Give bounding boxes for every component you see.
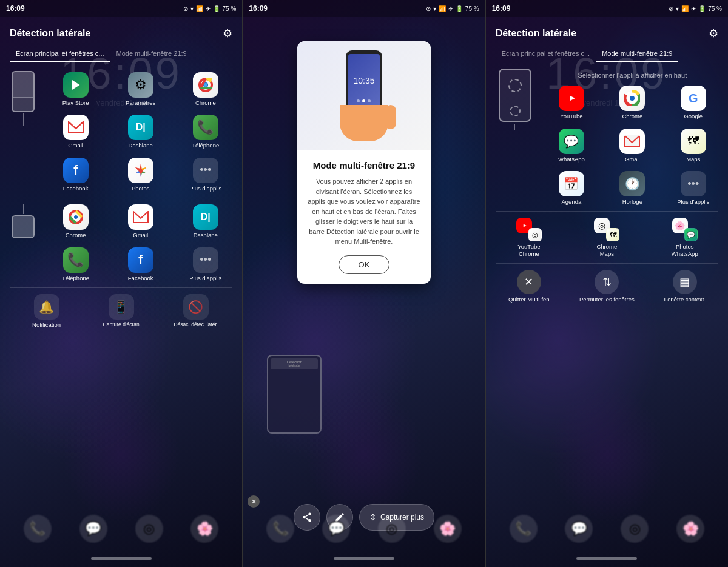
more-icon: •••	[193, 158, 218, 183]
list-item[interactable]: f Facebook	[44, 154, 107, 195]
dock-msg-3: 💬	[565, 515, 593, 543]
combo-apps-grid: ◎ YouTubeChrome ◎ 🗺 ChromeMaps 🌸	[486, 214, 728, 261]
tab-multiwindow-1[interactable]: Mode multi-fenêtre 21:9	[110, 46, 193, 62]
list-item[interactable]: ◎ YouTubeChrome	[491, 214, 567, 261]
action-buttons-grid: ✕ Quitter Multi-fen ⇅ Permuter les fenêt…	[486, 266, 728, 306]
list-item[interactable]: Play Store	[44, 69, 107, 110]
yt-chrome-bot: ◎	[528, 228, 542, 241]
phone-illus-2	[5, 203, 41, 238]
apps-grid-second: Chrome Gmail D| Dashlane 📞 Télép	[44, 201, 237, 285]
gear-icon-1[interactable]: ⚙	[223, 27, 232, 40]
combo-yt-chrome: ◎	[516, 218, 542, 243]
list-item[interactable]: Gmail	[44, 111, 107, 152]
list-item[interactable]: 🌸 💬 PhotosWhatsApp	[647, 214, 723, 261]
panel-3: 16:09 vendredi 1 jan 16:09 ⊘ ▾ 📶 ✈ 🔋 75 …	[485, 0, 728, 567]
list-item[interactable]: Chrome	[602, 82, 662, 123]
app-label: Capture d'écran	[103, 321, 140, 327]
action-notification[interactable]: 🔔 Notification	[10, 290, 83, 332]
app-label: Chrome	[622, 113, 642, 119]
list-item[interactable]: 📞 Téléphone	[44, 244, 107, 285]
dashlane-icon-2: D|	[193, 204, 218, 230]
swap-label: Permuter les fenêtres	[579, 296, 635, 303]
dnd-icon-2: ⊘	[426, 5, 431, 12]
app-label: Facebook	[63, 185, 89, 192]
quick-actions-grid: 🔔 Notification 📱 Capture d'écran 🚫 Désac…	[0, 290, 242, 332]
phone-icon: 📞	[193, 115, 218, 140]
list-item[interactable]: ••• Plus d'applis	[174, 244, 237, 285]
dock-photos: 🌸	[190, 515, 218, 543]
tab-main-1[interactable]: Écran principal et fenêtres c...	[10, 46, 110, 62]
list-item[interactable]: ••• Plus d'applis	[174, 154, 237, 195]
dot1	[357, 99, 360, 102]
nav-line-2	[334, 557, 394, 560]
status-bar-3: 16:09 ⊘ ▾ 📶 ✈ 🔋 75 %	[486, 0, 728, 17]
tab-main-3[interactable]: Écran principal et fenêtres c...	[496, 46, 596, 62]
gmail-icon-2	[128, 204, 153, 230]
chrome-icon-2	[63, 204, 89, 230]
sidebar-title-1: Détection latérale	[10, 28, 90, 39]
swap-button[interactable]: ⇅ Permuter les fenêtres	[568, 266, 645, 306]
p3-top-row: Sélectionner l'appli à afficher en haut …	[486, 69, 728, 209]
airplane-icon-3: ✈	[691, 5, 696, 12]
list-item[interactable]: ◎ 🗺 ChromeMaps	[568, 214, 645, 261]
list-item[interactable]: ⚙ Paramètres	[109, 69, 172, 110]
status-bar-2: 16:09 ⊘ ▾ 📶 ✈ 🔋 75 %	[243, 0, 485, 17]
signal-icon-3: 📶	[681, 5, 689, 12]
list-item[interactable]: Gmail	[109, 201, 172, 242]
app-label: Paramètres	[126, 99, 155, 106]
nav-bar-3	[486, 550, 728, 567]
list-item[interactable]: Photos	[109, 154, 172, 195]
phone-body-2	[12, 215, 35, 238]
playstore-icon	[63, 72, 89, 98]
list-item[interactable]: 📞 Téléphone	[174, 111, 237, 152]
list-item[interactable]: D| Dashlane	[174, 201, 237, 242]
phone-apps-row-1: Play Store ⚙ Paramètres	[0, 69, 242, 195]
action-disable[interactable]: 🚫 Désac. détec. latér.	[159, 290, 232, 332]
nav-line-1	[91, 557, 152, 560]
chrome-icon	[193, 72, 218, 98]
youtube-icon	[559, 86, 584, 111]
status-icons-3: ⊘ ▾ 📶 ✈ 🔋 75 %	[669, 5, 722, 12]
battery-icon-2: 🔋	[456, 5, 463, 12]
app-label: Chrome	[195, 99, 216, 106]
list-item[interactable]: ••• Plus d'applis	[664, 167, 723, 209]
list-item[interactable]: f Facebook	[109, 244, 172, 285]
list-item[interactable]: Gmail	[602, 125, 662, 166]
list-item[interactable]: 🗺 Maps	[664, 125, 723, 166]
chrome-maps-bot: 🗺	[606, 228, 619, 241]
list-item[interactable]: Chrome	[174, 69, 237, 110]
action-screenshot[interactable]: 📱 Capture d'écran	[84, 290, 158, 332]
gear-icon-3[interactable]: ⚙	[709, 27, 718, 40]
app-label: Plus d'applis	[189, 275, 221, 281]
dot2	[362, 99, 365, 102]
tab-multiwindow-3[interactable]: Mode multi-fenêtre 21:9	[596, 46, 678, 62]
ps-top2	[13, 216, 33, 237]
maps-icon: 🗺	[681, 129, 706, 154]
combo-photos-wa: 🌸 💬	[672, 218, 698, 243]
battery-pct-3: 75 %	[708, 5, 722, 12]
list-item[interactable]: Chrome	[44, 201, 107, 242]
app-label: Gmail	[133, 232, 148, 238]
app-label: Play Store	[62, 99, 89, 106]
panel-1: 16:09 vendredi 1 jan 16:09 ⊘ ▾ 📶 ✈ 🔋 75 …	[0, 0, 242, 567]
list-item[interactable]: 📅 Agenda	[542, 167, 601, 209]
list-item[interactable]: D| Dashlane	[109, 111, 172, 152]
app-label: PhotosWhatsApp	[672, 243, 698, 257]
context-label: Fenêtre context.	[664, 296, 706, 303]
dock-msg-2: 💬	[322, 515, 350, 543]
list-item[interactable]: G Google	[664, 82, 723, 123]
panel2-overlay: 10:35 Mode multi-fenêtre 21:9 Vous	[243, 17, 485, 567]
phone-screen-top	[13, 72, 33, 98]
list-item[interactable]: YouTube	[542, 82, 601, 123]
app-label: Maps	[686, 156, 700, 163]
notification-icon: 🔔	[34, 294, 59, 320]
context-button[interactable]: ▤ Fenêtre context.	[647, 266, 723, 306]
status-icons-2: ⊘ ▾ 📶 ✈ 🔋 75 %	[426, 5, 479, 12]
ok-button[interactable]: OK	[339, 255, 390, 274]
quit-button[interactable]: ✕ Quitter Multi-fen	[491, 266, 567, 306]
battery-icon-3: 🔋	[698, 5, 706, 12]
list-item[interactable]: 💬 WhatsApp	[542, 125, 601, 166]
list-item[interactable]: 🕐 Horloge	[602, 167, 662, 209]
dot3	[368, 99, 371, 102]
svg-point-6	[74, 215, 78, 219]
